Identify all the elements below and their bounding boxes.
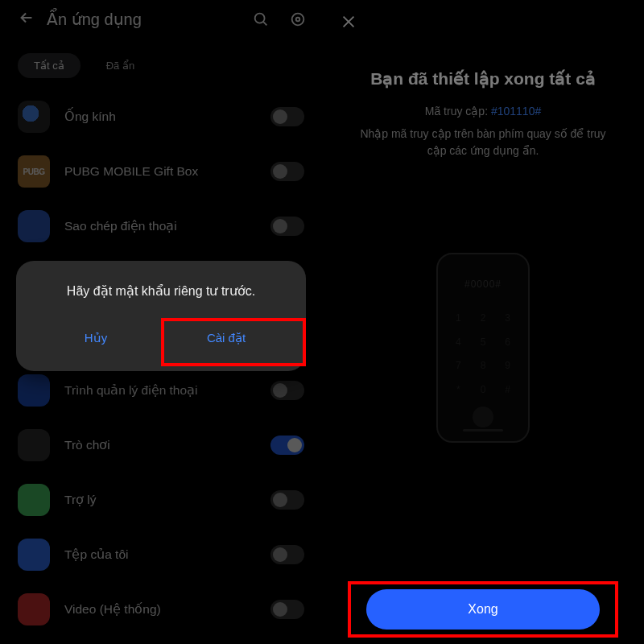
svg-point-1 (292, 14, 304, 26)
access-code-line: Mã truy cập: #101110# (322, 105, 644, 118)
app-label: Sao chép điện thoại (64, 219, 270, 233)
access-code-description: Nhập mã truy cập trên bàn phím quay số đ… (322, 126, 644, 159)
svg-point-0 (255, 14, 265, 23)
dialer-illustration: #0000# 123 456 789 *0# (436, 253, 530, 443)
app-icon (18, 374, 50, 407)
app-toggle[interactable] (270, 381, 304, 400)
app-row: Tệp của tôi (6, 527, 316, 582)
done-button[interactable]: Xong (366, 589, 600, 630)
dialer-display: #0000# (446, 262, 520, 306)
dialog-message: Hãy đặt mật khẩu riêng tư trước. (31, 283, 291, 299)
app-toggle[interactable] (270, 600, 304, 619)
app-row: Trợ lý (6, 473, 316, 527)
app-icon (18, 593, 50, 625)
app-label: Tệp của tôi (64, 547, 270, 562)
search-icon[interactable] (251, 10, 270, 29)
app-toggle[interactable] (270, 490, 304, 510)
app-toggle[interactable] (270, 107, 304, 126)
privacy-password-dialog: Hãy đặt mật khẩu riêng tư trước. Hủy Cài… (16, 261, 306, 371)
hidden-apps-pane: Ẩn ứng dụng Tất cả Đã ẩn Ống kínhPUBGPUB… (0, 0, 322, 644)
app-icon (18, 429, 50, 461)
dial-icon (473, 407, 493, 427)
app-label: PUBG MOBILE Gift Box (64, 164, 270, 179)
app-row: Ống kính (6, 89, 316, 144)
settings-button[interactable]: Cài đặt (161, 320, 291, 357)
app-icon (18, 484, 50, 516)
app-toggle[interactable] (270, 162, 304, 181)
app-toggle[interactable] (270, 436, 304, 455)
settings-icon[interactable] (288, 10, 308, 29)
app-label: Ống kính (64, 109, 270, 124)
access-code-value: #101110# (491, 105, 541, 118)
back-icon[interactable] (10, 0, 43, 40)
home-indicator (463, 429, 503, 431)
app-row: PUBGPUBG MOBILE Gift Box (6, 144, 316, 199)
app-row: Video (Hệ thống) (6, 582, 316, 637)
filter-tabs: Tất cả Đã ẩn (0, 39, 322, 89)
app-row: Trò chơi (6, 418, 316, 473)
cancel-button[interactable]: Hủy (31, 320, 161, 357)
app-label: Trình quản lý điện thoại (64, 383, 270, 398)
complete-heading: Bạn đã thiết lập xong tất cả (322, 69, 644, 89)
app-toggle[interactable] (270, 217, 304, 236)
app-icon (18, 539, 50, 571)
app-row: Trình quản lý điện thoại (6, 363, 316, 418)
app-icon: PUBG (18, 155, 50, 188)
close-icon[interactable] (340, 13, 357, 35)
svg-point-2 (296, 18, 300, 22)
app-icon (18, 101, 50, 133)
app-toggle[interactable] (270, 545, 304, 564)
access-code-label: Mã truy cập: (425, 105, 488, 118)
app-label: Trợ lý (64, 493, 270, 507)
left-header: Ẩn ứng dụng (0, 0, 322, 39)
done-wrap: Xong (354, 589, 612, 630)
setup-complete-pane: Bạn đã thiết lập xong tất cả Mã truy cập… (322, 0, 644, 644)
app-row: Sao chép điện thoại (6, 199, 316, 254)
app-label: Video (Hệ thống) (64, 602, 270, 617)
page-title: Ẩn ứng dụng (47, 10, 251, 29)
dialer-keypad: 123 456 789 *0# (446, 306, 520, 402)
app-icon (18, 210, 50, 242)
tab-hidden[interactable]: Đã ẩn (90, 53, 151, 78)
tab-all[interactable]: Tất cả (18, 53, 80, 78)
app-label: Trò chơi (64, 438, 270, 452)
